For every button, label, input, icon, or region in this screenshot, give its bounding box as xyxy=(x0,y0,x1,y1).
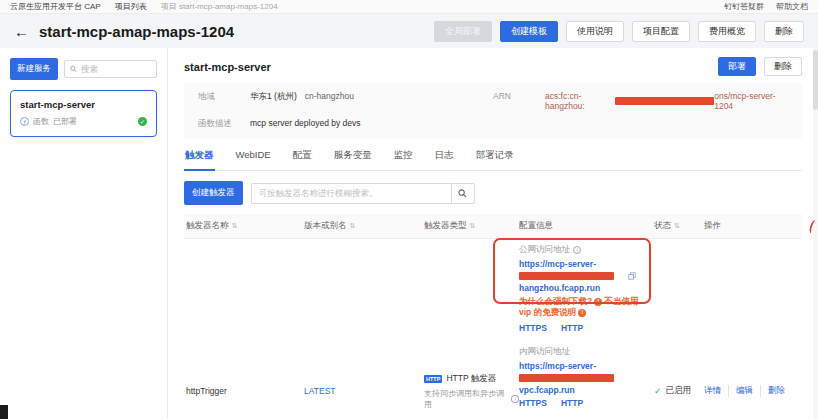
header-status: 状态 xyxy=(654,220,671,232)
tab-webide[interactable]: WebIDE xyxy=(235,149,272,170)
arn-suffix: ons/mcp-server-1204 xyxy=(714,91,788,111)
trigger-version-link[interactable]: LATEST xyxy=(304,386,336,396)
header-trigger-type: 触发器类型 xyxy=(424,220,467,232)
service-card-status: 已部署 xyxy=(53,116,77,127)
tab-config[interactable]: 配置 xyxy=(292,149,313,170)
copy-icon[interactable] xyxy=(628,272,636,280)
info-icon[interactable]: i xyxy=(511,395,519,403)
public-url-line1[interactable]: https://mcp-server- xyxy=(519,259,654,269)
deploy-service-button[interactable]: 部署 xyxy=(718,57,756,76)
region-label: 地域 xyxy=(198,91,250,111)
tab-monitor[interactable]: 监控 xyxy=(393,149,414,170)
private-url-line2[interactable]: vpc.fcapp.run xyxy=(519,385,654,395)
trigger-detail-link[interactable]: 详情 xyxy=(704,385,729,397)
scrollbar-thumb[interactable] xyxy=(813,50,818,110)
trigger-search-input[interactable] xyxy=(251,183,451,204)
sort-icon[interactable]: ⇅ xyxy=(350,222,356,230)
service-detail-panel: start-mcp-server 部署 删除 地域 华东1 (杭州) cn-ha… xyxy=(168,48,818,419)
service-search[interactable] xyxy=(64,60,157,78)
warning-info-icon[interactable]: ! xyxy=(578,309,586,317)
header-config-info: 配置信息 xyxy=(519,220,553,232)
info-icon[interactable]: i xyxy=(573,246,581,254)
service-card-type: 函数 xyxy=(33,116,49,127)
breadcrumb-project-list[interactable]: 项目列表 xyxy=(115,1,147,12)
detail-tabs: 触发器 WebIDE 配置 服务变量 监控 日志 部署记录 xyxy=(184,149,802,171)
page-header: ← start-mcp-amap-maps-1204 全局部署 创建模板 使用说… xyxy=(0,14,818,48)
help-docs-link[interactable]: 帮助文档 xyxy=(776,1,808,12)
tab-deploy-history[interactable]: 部署记录 xyxy=(475,149,515,170)
tab-service-vars[interactable]: 服务变量 xyxy=(333,149,373,170)
back-arrow-icon[interactable]: ← xyxy=(14,24,29,39)
create-trigger-button[interactable]: 创建触发器 xyxy=(184,181,243,205)
service-title: start-mcp-server xyxy=(184,61,271,73)
delete-project-button[interactable]: 删除 xyxy=(764,21,804,42)
trigger-name: httpTrigger xyxy=(186,386,227,396)
trigger-edit-link[interactable]: 编辑 xyxy=(729,385,761,397)
public-url-label: 公网访问地址 xyxy=(519,244,570,256)
sort-icon[interactable]: ⇅ xyxy=(674,222,680,230)
topbar-links: 钉钉答疑群 帮助文档 xyxy=(724,1,808,12)
trigger-search-button[interactable] xyxy=(451,183,475,204)
tab-logs[interactable]: 日志 xyxy=(434,149,455,170)
region-value: 华东1 (杭州) xyxy=(250,91,297,111)
trigger-type-name: HTTP 触发器 xyxy=(446,373,496,385)
cost-overview-button[interactable]: 费用概览 xyxy=(698,21,756,42)
public-http-link[interactable]: HTTP xyxy=(561,323,583,333)
header-actions: 操作 xyxy=(704,220,721,232)
delete-service-button[interactable]: 删除 xyxy=(764,57,802,76)
new-service-button[interactable]: 新建服务 xyxy=(10,58,58,80)
private-url-line1[interactable]: https://mcp-server- xyxy=(519,361,654,371)
breadcrumb-bar: 云原生应用开发平台 CAP 项目列表 项目 start-mcp-amap-map… xyxy=(0,0,818,14)
arn-prefix: acs:fc:cn-hangzhou: xyxy=(545,91,615,111)
breadcrumb-current-project: 项目 start-mcp-amap-maps-1204 xyxy=(161,1,278,12)
warning-info-icon[interactable]: ! xyxy=(594,298,602,306)
enabled-check-icon: ✓ xyxy=(654,386,662,396)
usage-guide-button[interactable]: 使用说明 xyxy=(566,21,624,42)
table-row: httpTrigger LATEST HTTP HTTP 触发器 支持同步调用和… xyxy=(184,239,802,419)
app-window: 云原生应用开发平台 CAP 项目列表 项目 start-mcp-amap-map… xyxy=(0,0,818,419)
description-label: 函数描述 xyxy=(198,118,250,130)
sort-icon[interactable]: ⇅ xyxy=(470,222,476,230)
trigger-delete-link[interactable]: 删除 xyxy=(761,385,792,397)
search-icon xyxy=(458,189,467,198)
status-badge: 已启用 xyxy=(666,385,692,397)
service-info-block: 地域 华东1 (杭州) cn-hangzhou ARN acs:fc:cn-ha… xyxy=(184,83,802,139)
description-value: mcp server deployed by devs xyxy=(250,118,361,130)
breadcrumb-platform[interactable]: 云原生应用开发平台 CAP xyxy=(10,1,101,12)
page-title: start-mcp-amap-maps-1204 xyxy=(39,23,234,40)
deployed-check-icon: ✓ xyxy=(138,117,147,126)
project-config-button[interactable]: 项目配置 xyxy=(632,21,690,42)
search-icon xyxy=(70,65,77,73)
dingtalk-group-link[interactable]: 钉钉答疑群 xyxy=(724,1,764,12)
region-code: cn-hangzhou xyxy=(305,91,354,111)
deploy-all-button: 全局部署 xyxy=(434,21,492,42)
create-template-button[interactable]: 创建模板 xyxy=(500,21,558,42)
service-card[interactable]: start-mcp-server ƒ 函数 已部署 ✓ xyxy=(10,90,157,137)
forced-download-warning-link[interactable]: 为什么会强制下载? xyxy=(519,296,592,306)
trigger-table: 触发器名称⇅ 版本或别名⇅ 触发器类型⇅ 配置信息 状态⇅ 操作 httpTri… xyxy=(184,214,802,419)
trigger-table-header: 触发器名称⇅ 版本或别名⇅ 触发器类型⇅ 配置信息 状态⇅ 操作 xyxy=(184,214,802,239)
service-search-input[interactable] xyxy=(81,64,151,74)
arn-label: ARN xyxy=(493,91,545,111)
http-badge: HTTP xyxy=(424,375,442,383)
redaction-bar xyxy=(615,97,714,105)
config-info-cell: 公网访问地址i https://mcp-server- hangzhou.fca… xyxy=(519,239,654,419)
breadcrumb: 云原生应用开发平台 CAP 项目列表 项目 start-mcp-amap-map… xyxy=(10,1,278,12)
service-sidebar: 新建服务 start-mcp-server ƒ 函数 已部署 ✓ xyxy=(0,48,168,419)
header-version: 版本或别名 xyxy=(304,220,347,232)
public-url-line2[interactable]: hangzhou.fcapp.run xyxy=(519,283,654,293)
redaction-bar xyxy=(519,374,614,382)
trigger-type-desc: 支持同步调用和异步调用 xyxy=(424,388,508,410)
private-http-link[interactable]: HTTP xyxy=(561,398,583,408)
private-url-label: 内网访问地址 xyxy=(519,346,654,358)
private-https-link[interactable]: HTTPS xyxy=(519,398,547,408)
tab-triggers[interactable]: 触发器 xyxy=(184,149,215,171)
service-card-name: start-mcp-server xyxy=(20,99,147,110)
sort-icon[interactable]: ⇅ xyxy=(232,222,238,230)
arn-value: acs:fc:cn-hangzhou: ons/mcp-server-1204 xyxy=(545,91,788,111)
screen-corner-artifact xyxy=(0,405,8,419)
public-https-link[interactable]: HTTPS xyxy=(519,323,547,333)
function-icon: ƒ xyxy=(20,117,29,126)
header-trigger-name: 触发器名称 xyxy=(186,220,229,232)
redaction-bar xyxy=(519,272,614,280)
